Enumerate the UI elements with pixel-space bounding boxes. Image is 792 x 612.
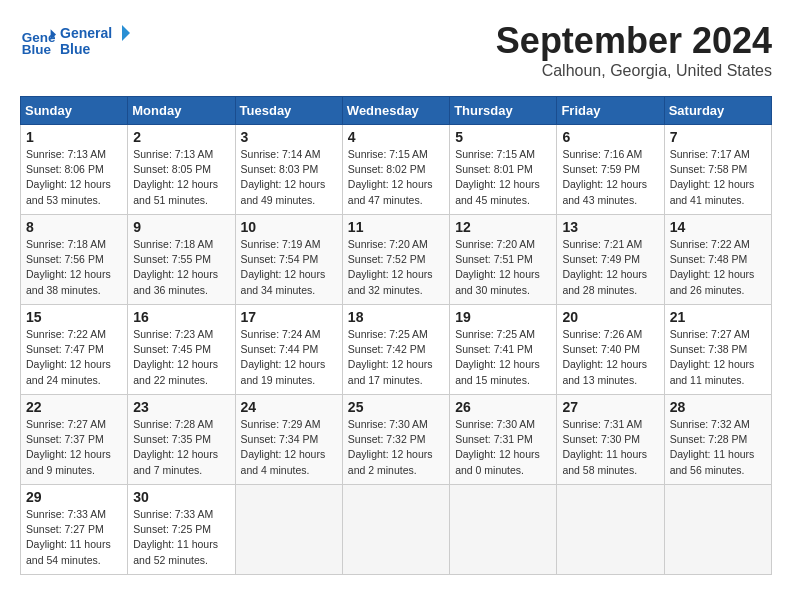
- day-info: Sunrise: 7:26 AM Sunset: 7:40 PM Dayligh…: [562, 327, 658, 388]
- sunset-label: Sunset: 7:34 PM: [241, 433, 319, 445]
- day-number: 27: [562, 399, 658, 415]
- calendar-cell: [557, 485, 664, 575]
- calendar-cell: [664, 485, 771, 575]
- sunset-label: Sunset: 7:58 PM: [670, 163, 748, 175]
- sunrise-label: Sunrise: 7:29 AM: [241, 418, 321, 430]
- daylight-label: Daylight: 12 hours and 19 minutes.: [241, 358, 326, 385]
- day-number: 26: [455, 399, 551, 415]
- daylight-label: Daylight: 12 hours and 11 minutes.: [670, 358, 755, 385]
- location-title: Calhoun, Georgia, United States: [496, 62, 772, 80]
- day-header-saturday: Saturday: [664, 97, 771, 125]
- sunset-label: Sunset: 7:55 PM: [133, 253, 211, 265]
- sunrise-label: Sunrise: 7:33 AM: [133, 508, 213, 520]
- day-info: Sunrise: 7:25 AM Sunset: 7:42 PM Dayligh…: [348, 327, 444, 388]
- sunset-label: Sunset: 7:56 PM: [26, 253, 104, 265]
- calendar-cell: 8 Sunrise: 7:18 AM Sunset: 7:56 PM Dayli…: [21, 215, 128, 305]
- daylight-label: Daylight: 11 hours and 56 minutes.: [670, 448, 755, 475]
- sunrise-label: Sunrise: 7:26 AM: [562, 328, 642, 340]
- day-info: Sunrise: 7:23 AM Sunset: 7:45 PM Dayligh…: [133, 327, 229, 388]
- daylight-label: Daylight: 12 hours and 13 minutes.: [562, 358, 647, 385]
- day-number: 24: [241, 399, 337, 415]
- calendar-cell: 4 Sunrise: 7:15 AM Sunset: 8:02 PM Dayli…: [342, 125, 449, 215]
- day-info: Sunrise: 7:21 AM Sunset: 7:49 PM Dayligh…: [562, 237, 658, 298]
- sunset-label: Sunset: 8:01 PM: [455, 163, 533, 175]
- sunrise-label: Sunrise: 7:16 AM: [562, 148, 642, 160]
- svg-text:Blue: Blue: [60, 41, 91, 57]
- calendar-cell: 24 Sunrise: 7:29 AM Sunset: 7:34 PM Dayl…: [235, 395, 342, 485]
- day-info: Sunrise: 7:15 AM Sunset: 8:02 PM Dayligh…: [348, 147, 444, 208]
- day-info: Sunrise: 7:14 AM Sunset: 8:03 PM Dayligh…: [241, 147, 337, 208]
- sunrise-label: Sunrise: 7:21 AM: [562, 238, 642, 250]
- day-number: 8: [26, 219, 122, 235]
- calendar-cell: 6 Sunrise: 7:16 AM Sunset: 7:59 PM Dayli…: [557, 125, 664, 215]
- sunset-label: Sunset: 7:59 PM: [562, 163, 640, 175]
- calendar-week-row: 22 Sunrise: 7:27 AM Sunset: 7:37 PM Dayl…: [21, 395, 772, 485]
- title-area: September 2024 Calhoun, Georgia, United …: [496, 20, 772, 80]
- sunset-label: Sunset: 7:35 PM: [133, 433, 211, 445]
- day-number: 17: [241, 309, 337, 325]
- calendar-body: 1 Sunrise: 7:13 AM Sunset: 8:06 PM Dayli…: [21, 125, 772, 575]
- calendar-week-row: 15 Sunrise: 7:22 AM Sunset: 7:47 PM Dayl…: [21, 305, 772, 395]
- day-info: Sunrise: 7:19 AM Sunset: 7:54 PM Dayligh…: [241, 237, 337, 298]
- calendar-cell: 9 Sunrise: 7:18 AM Sunset: 7:55 PM Dayli…: [128, 215, 235, 305]
- sunrise-label: Sunrise: 7:27 AM: [670, 328, 750, 340]
- sunset-label: Sunset: 7:54 PM: [241, 253, 319, 265]
- sunset-label: Sunset: 7:31 PM: [455, 433, 533, 445]
- day-number: 22: [26, 399, 122, 415]
- daylight-label: Daylight: 11 hours and 52 minutes.: [133, 538, 218, 565]
- sunset-label: Sunset: 7:51 PM: [455, 253, 533, 265]
- daylight-label: Daylight: 12 hours and 32 minutes.: [348, 268, 433, 295]
- daylight-label: Daylight: 12 hours and 53 minutes.: [26, 178, 111, 205]
- sunrise-label: Sunrise: 7:14 AM: [241, 148, 321, 160]
- day-number: 7: [670, 129, 766, 145]
- day-number: 11: [348, 219, 444, 235]
- svg-marker-5: [122, 25, 130, 41]
- daylight-label: Daylight: 12 hours and 9 minutes.: [26, 448, 111, 475]
- sunset-label: Sunset: 8:02 PM: [348, 163, 426, 175]
- daylight-label: Daylight: 12 hours and 47 minutes.: [348, 178, 433, 205]
- sunrise-label: Sunrise: 7:27 AM: [26, 418, 106, 430]
- daylight-label: Daylight: 12 hours and 49 minutes.: [241, 178, 326, 205]
- calendar-cell: 29 Sunrise: 7:33 AM Sunset: 7:27 PM Dayl…: [21, 485, 128, 575]
- daylight-label: Daylight: 12 hours and 45 minutes.: [455, 178, 540, 205]
- calendar-cell: 18 Sunrise: 7:25 AM Sunset: 7:42 PM Dayl…: [342, 305, 449, 395]
- day-number: 4: [348, 129, 444, 145]
- daylight-label: Daylight: 12 hours and 36 minutes.: [133, 268, 218, 295]
- day-number: 14: [670, 219, 766, 235]
- sunrise-label: Sunrise: 7:30 AM: [455, 418, 535, 430]
- daylight-label: Daylight: 11 hours and 58 minutes.: [562, 448, 647, 475]
- day-number: 6: [562, 129, 658, 145]
- sunrise-label: Sunrise: 7:19 AM: [241, 238, 321, 250]
- day-number: 20: [562, 309, 658, 325]
- day-number: 10: [241, 219, 337, 235]
- calendar-cell: 17 Sunrise: 7:24 AM Sunset: 7:44 PM Dayl…: [235, 305, 342, 395]
- logo-svg: General Blue: [60, 20, 130, 60]
- sunrise-label: Sunrise: 7:25 AM: [348, 328, 428, 340]
- sunrise-label: Sunrise: 7:28 AM: [133, 418, 213, 430]
- sunrise-label: Sunrise: 7:33 AM: [26, 508, 106, 520]
- calendar-cell: 15 Sunrise: 7:22 AM Sunset: 7:47 PM Dayl…: [21, 305, 128, 395]
- month-title: September 2024: [496, 20, 772, 62]
- calendar-week-row: 29 Sunrise: 7:33 AM Sunset: 7:27 PM Dayl…: [21, 485, 772, 575]
- daylight-label: Daylight: 12 hours and 26 minutes.: [670, 268, 755, 295]
- day-number: 13: [562, 219, 658, 235]
- sunrise-label: Sunrise: 7:13 AM: [133, 148, 213, 160]
- day-number: 5: [455, 129, 551, 145]
- sunrise-label: Sunrise: 7:20 AM: [455, 238, 535, 250]
- daylight-label: Daylight: 12 hours and 41 minutes.: [670, 178, 755, 205]
- day-header-tuesday: Tuesday: [235, 97, 342, 125]
- svg-text:Blue: Blue: [22, 42, 52, 57]
- sunset-label: Sunset: 7:49 PM: [562, 253, 640, 265]
- sunset-label: Sunset: 7:48 PM: [670, 253, 748, 265]
- sunrise-label: Sunrise: 7:31 AM: [562, 418, 642, 430]
- day-number: 1: [26, 129, 122, 145]
- sunrise-label: Sunrise: 7:17 AM: [670, 148, 750, 160]
- day-info: Sunrise: 7:20 AM Sunset: 7:52 PM Dayligh…: [348, 237, 444, 298]
- day-info: Sunrise: 7:18 AM Sunset: 7:55 PM Dayligh…: [133, 237, 229, 298]
- day-header-sunday: Sunday: [21, 97, 128, 125]
- day-number: 3: [241, 129, 337, 145]
- calendar-table: SundayMondayTuesdayWednesdayThursdayFrid…: [20, 96, 772, 575]
- day-info: Sunrise: 7:16 AM Sunset: 7:59 PM Dayligh…: [562, 147, 658, 208]
- calendar-cell: 22 Sunrise: 7:27 AM Sunset: 7:37 PM Dayl…: [21, 395, 128, 485]
- sunrise-label: Sunrise: 7:22 AM: [26, 328, 106, 340]
